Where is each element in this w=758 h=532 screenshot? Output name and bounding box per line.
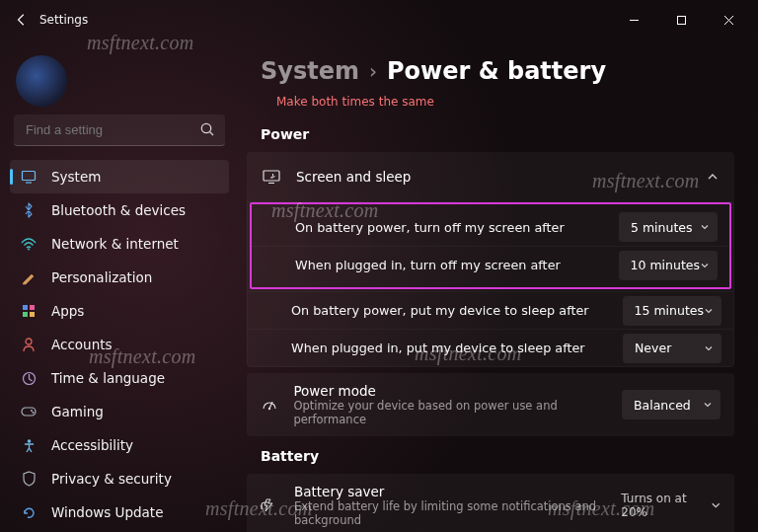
privacy-icon <box>20 470 38 488</box>
svg-point-12 <box>33 412 35 414</box>
app-title: Settings <box>39 13 88 27</box>
nav-label: Privacy & security <box>51 471 172 487</box>
power-mode-card[interactable]: Power mode Optimize your device based on… <box>247 373 734 436</box>
sleep-plugged-row: When plugged in, put my device to sleep … <box>248 329 733 366</box>
back-button[interactable] <box>8 6 36 34</box>
select-value: 10 minutes <box>631 258 700 272</box>
user-avatar[interactable] <box>16 55 67 107</box>
nav-item-apps[interactable]: Apps <box>10 294 229 328</box>
power-mode-icon <box>261 396 277 414</box>
nav-item-bluetooth[interactable]: Bluetooth & devices <box>10 193 229 227</box>
bluetooth-icon <box>20 201 38 219</box>
sleep-plugged-select[interactable]: Never <box>623 334 721 363</box>
window-controls <box>612 5 750 35</box>
battery-heading: Battery <box>261 448 734 464</box>
sleep-battery-select[interactable]: 15 minutes <box>623 296 721 326</box>
select-value: Never <box>635 341 704 355</box>
battery-saver-icon <box>261 496 278 514</box>
search-icon <box>199 121 215 137</box>
nav-item-windows-update[interactable]: Windows Update <box>10 495 229 529</box>
nav-item-privacy[interactable]: Privacy & security <box>10 462 229 495</box>
nav-item-gaming[interactable]: Gaming <box>10 395 229 428</box>
titlebar: Settings <box>0 0 758 39</box>
close-button[interactable] <box>707 5 750 35</box>
power-mode-subtitle: Optimize your device based on power use … <box>293 399 622 426</box>
minimize-button[interactable] <box>612 5 655 35</box>
nav-label: Accessibility <box>51 437 133 453</box>
accessibility-icon <box>20 436 38 454</box>
nav-item-personalization[interactable]: Personalization <box>10 261 229 294</box>
system-icon <box>20 168 38 186</box>
gaming-icon <box>20 403 38 420</box>
personalization-icon <box>20 268 38 286</box>
battery-saver-status: Turns on at 20% <box>621 492 704 519</box>
chevron-down-icon <box>700 261 710 270</box>
chevron-up-icon <box>707 171 719 183</box>
screen-off-plugged-row: When plugged in, turn off my screen afte… <box>252 246 729 283</box>
row-label: On battery power, turn off my screen aft… <box>295 220 619 235</box>
svg-rect-14 <box>264 171 279 181</box>
highlight-box: On battery power, turn off my screen aft… <box>250 202 731 289</box>
svg-rect-4 <box>23 305 28 310</box>
select-value: Balanced <box>634 398 703 413</box>
nav-label: Apps <box>51 303 84 319</box>
svg-point-3 <box>28 249 30 251</box>
svg-rect-0 <box>677 16 685 24</box>
select-value: 5 minutes <box>631 220 700 235</box>
main-content: System › Power & battery Make both times… <box>237 39 758 532</box>
partial-option-text: Make both times the same <box>276 95 734 109</box>
svg-rect-7 <box>30 312 35 317</box>
chevron-down-icon <box>700 222 710 232</box>
nav: System Bluetooth & devices Network & int… <box>10 160 229 529</box>
nav-label: Accounts <box>51 337 113 352</box>
battery-saver-card[interactable]: Battery saver Extend battery life by lim… <box>247 474 734 532</box>
sidebar: System Bluetooth & devices Network & int… <box>0 39 237 532</box>
power-mode-texts: Power mode Optimize your device based on… <box>293 383 622 426</box>
svg-rect-6 <box>23 312 28 317</box>
battery-saver-subtitle: Extend battery life by limiting some not… <box>294 499 621 527</box>
screen-and-sleep-header[interactable]: Screen and sleep <box>247 152 734 201</box>
breadcrumb: System › Power & battery <box>261 57 734 85</box>
breadcrumb-separator: › <box>369 59 377 83</box>
chevron-down-icon <box>703 400 713 410</box>
search-input[interactable] <box>14 114 225 146</box>
screen-and-sleep-label: Screen and sleep <box>296 169 411 185</box>
nav-item-accessibility[interactable]: Accessibility <box>10 428 229 462</box>
battery-saver-texts: Battery saver Extend battery life by lim… <box>294 484 621 527</box>
breadcrumb-parent[interactable]: System <box>261 57 359 85</box>
svg-rect-5 <box>30 305 35 310</box>
screen-off-battery-select[interactable]: 5 minutes <box>619 212 718 242</box>
nav-item-system[interactable]: System <box>10 160 229 193</box>
screen-and-sleep-body: On battery power, turn off my screen aft… <box>247 201 734 367</box>
screen-sleep-icon <box>263 168 280 186</box>
nav-label: Personalization <box>51 269 152 285</box>
svg-point-13 <box>27 439 31 443</box>
svg-point-11 <box>31 410 33 412</box>
accounts-icon <box>20 336 38 353</box>
windows-update-icon <box>20 503 38 521</box>
nav-item-time-language[interactable]: Time & language <box>10 361 229 395</box>
nav-label: Bluetooth & devices <box>51 202 186 218</box>
nav-label: Gaming <box>51 404 104 419</box>
svg-point-8 <box>26 339 32 344</box>
row-label: On battery power, put my device to sleep… <box>291 303 623 318</box>
chevron-down-icon <box>704 343 714 353</box>
nav-label: Time & language <box>51 370 165 386</box>
nav-item-network[interactable]: Network & internet <box>10 227 229 261</box>
apps-icon <box>20 302 38 320</box>
power-mode-select[interactable]: Balanced <box>622 390 720 419</box>
power-heading: Power <box>261 126 734 142</box>
settings-window: msftnext.com msftnext.com msftnext.com m… <box>0 0 758 532</box>
svg-point-15 <box>267 408 269 410</box>
breadcrumb-current: Power & battery <box>387 57 606 85</box>
sleep-battery-row: On battery power, put my device to sleep… <box>248 291 733 329</box>
time-language-icon <box>20 369 38 387</box>
svg-point-1 <box>201 123 210 132</box>
svg-rect-2 <box>23 172 36 181</box>
svg-rect-10 <box>22 408 36 416</box>
nav-item-accounts[interactable]: Accounts <box>10 328 229 361</box>
search-box[interactable] <box>14 114 225 146</box>
battery-saver-title: Battery saver <box>294 484 621 499</box>
screen-off-plugged-select[interactable]: 10 minutes <box>619 251 718 280</box>
maximize-button[interactable] <box>659 5 703 35</box>
